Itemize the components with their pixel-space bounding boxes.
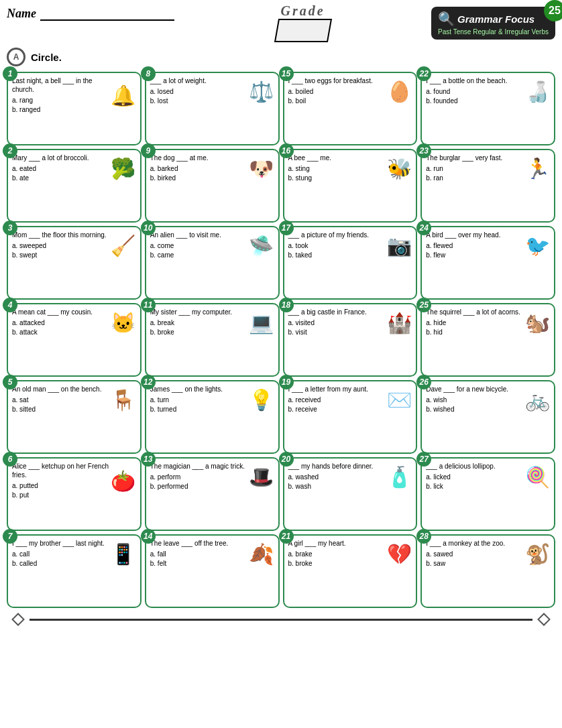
card-21: 21A girl ___ my heart.a. brakeb. broke💔 <box>283 534 418 608</box>
instruction-row: A Circle. <box>7 48 555 66</box>
card-text-24: A bird ___ over my head. <box>426 231 523 239</box>
name-input-line <box>40 7 174 21</box>
card-choices-17: a. tookb. taked <box>288 241 386 260</box>
card-img-23: 🏃 <box>524 154 550 183</box>
card-img-28: 🐒 <box>524 539 550 568</box>
card-img-21: 💔 <box>386 539 412 568</box>
card-choices-18: a. visitedb. visit <box>288 318 386 337</box>
card-11: 11My sister ___ my computer.a. breakb. b… <box>145 303 280 377</box>
card-19: 19I ___ a letter from my aunt.a. receive… <box>283 380 418 454</box>
card-num-17: 17 <box>279 221 294 235</box>
card-img-7: 📱 <box>111 539 136 568</box>
card-num-15: 15 <box>279 66 294 81</box>
card-num-12: 12 <box>141 375 156 389</box>
grammar-title: Grammar Focus <box>457 13 535 25</box>
grammar-number: 25 <box>544 0 562 21</box>
card-2: 2Mary ___ a lot of broccoli.a. eatedb. a… <box>7 149 142 223</box>
card-8: 8___ a lot of weight.a. losedb. lost⚖️ <box>145 72 280 145</box>
card-17: 17___ a picture of my friends.a. tookb. … <box>283 226 418 300</box>
card-choices-8: a. losedb. lost <box>150 87 247 106</box>
card-img-13: 🎩 <box>249 462 274 491</box>
card-12: 12James ___ on the lights.a. turnb. turn… <box>145 380 280 454</box>
card-choices-12: a. turnb. turned <box>150 396 247 414</box>
card-text-8: ___ a lot of weight. <box>150 76 247 85</box>
card-num-18: 18 <box>279 298 294 312</box>
card-img-17: 📷 <box>386 231 412 260</box>
card-3: 3Mom ___ the floor this morning.a. sweep… <box>7 226 142 300</box>
card-6: 6Alice ___ ketchup on her French fries.a… <box>7 457 142 531</box>
card-text-10: An alien ___ to visit me. <box>150 231 247 239</box>
card-img-5: 🪑 <box>111 385 136 414</box>
card-22: 22I ___ a bottle on the beach.a. foundb.… <box>420 72 555 145</box>
card-img-10: 🛸 <box>249 231 274 260</box>
card-img-19: ✉️ <box>386 385 412 414</box>
card-num-6: 6 <box>3 452 17 467</box>
card-text-9: The dog ___ at me. <box>150 154 247 162</box>
card-text-27: ___ a delicious lollipop. <box>426 462 523 471</box>
card-num-19: 19 <box>279 375 294 389</box>
card-text-12: James ___ on the lights. <box>150 385 247 393</box>
card-choices-22: a. foundb. founded <box>426 87 523 106</box>
card-text-28: I ___ a monkey at the zoo. <box>426 539 523 548</box>
card-num-10: 10 <box>141 221 156 235</box>
card-img-8: ⚖️ <box>249 76 274 106</box>
card-img-20: 🧴 <box>386 462 412 491</box>
card-1: 1Last night, a bell ___ in the church.a.… <box>7 72 142 145</box>
card-choices-13: a. performb. performed <box>150 473 247 491</box>
card-choices-14: a. fallb. felt <box>150 550 247 568</box>
card-16: 16A bee ___ me.a. stingb. stung🐝 <box>283 149 418 223</box>
card-num-3: 3 <box>3 221 17 235</box>
card-num-11: 11 <box>141 298 156 312</box>
card-27: 27___ a delicious lollipop.a. lickedb. l… <box>420 457 555 531</box>
card-26: 26Dave ___ for a new bicycle.a. wishb. w… <box>420 380 555 454</box>
card-choices-21: a. brakeb. broke <box>288 550 386 568</box>
magnifier-icon: 🔍 <box>438 11 455 27</box>
card-choices-15: a. boiledb. boil <box>288 87 386 106</box>
card-choices-27: a. lickedb. lick <box>426 473 523 491</box>
instruction-text: Circle. <box>31 52 62 63</box>
card-img-24: 🐦 <box>524 231 550 260</box>
instruction-icon: A <box>7 48 25 66</box>
card-num-4: 4 <box>3 298 17 312</box>
card-text-6: Alice ___ ketchup on her French fries. <box>12 462 109 479</box>
card-img-15: 🥚 <box>386 76 412 106</box>
card-choices-25: a. hideb. hid <box>426 318 523 337</box>
diamond-right <box>537 613 551 626</box>
card-text-1: Last night, a bell ___ in the church. <box>12 76 109 94</box>
card-text-25: The squirrel ___ a lot of acorns. <box>426 308 523 316</box>
card-num-14: 14 <box>141 529 156 544</box>
card-text-17: ___ a picture of my friends. <box>288 231 386 239</box>
card-choices-28: a. sawedb. saw <box>426 550 523 568</box>
card-23: 23The burglar ___ very fast.a. runb. ran… <box>420 149 555 223</box>
card-text-22: I ___ a bottle on the beach. <box>426 76 523 85</box>
card-num-2: 2 <box>3 143 17 158</box>
card-choices-24: a. flewedb. flew <box>426 241 523 260</box>
card-18: 18___ a big castle in France.a. visitedb… <box>283 303 418 377</box>
card-img-4: 🐱 <box>111 308 136 337</box>
card-choices-26: a. wishb. wished <box>426 396 523 414</box>
card-choices-20: a. washedb. wash <box>288 473 386 491</box>
card-img-11: 💻 <box>249 308 274 337</box>
card-choices-19: a. receivedb. receive <box>288 396 386 414</box>
card-25: 25The squirrel ___ a lot of acorns.a. hi… <box>420 303 555 377</box>
card-img-26: 🚲 <box>524 385 550 414</box>
card-img-12: 💡 <box>249 385 274 414</box>
card-img-14: 🍂 <box>249 539 274 568</box>
card-num-13: 13 <box>141 452 156 467</box>
card-5: 5An old man ___ on the bench.a. satb. si… <box>7 380 142 454</box>
page-header: Name Grade 🔍 Grammar Focus 25 Past Tense… <box>7 7 555 42</box>
grade-box <box>274 19 331 42</box>
bottom-bar <box>7 615 555 624</box>
card-choices-6: a. puttedb. put <box>12 481 109 500</box>
card-text-5: An old man ___ on the bench. <box>12 385 109 393</box>
card-4: 4A mean cat ___ my cousin.a. attackedb. … <box>7 303 142 377</box>
card-text-21: A girl ___ my heart. <box>288 539 386 548</box>
card-7: 7I ___ my brother ___ last night.a. call… <box>7 534 142 608</box>
card-15: 15I ___ two eggs for breakfast.a. boiled… <box>283 72 418 145</box>
card-img-6: 🍅 <box>111 462 136 500</box>
card-13: 13The magician ___ a magic trick.a. perf… <box>145 457 280 531</box>
card-choices-16: a. stingb. stung <box>288 164 386 183</box>
card-num-16: 16 <box>279 143 294 158</box>
card-img-2: 🥦 <box>111 154 136 183</box>
card-img-18: 🏰 <box>386 308 412 337</box>
